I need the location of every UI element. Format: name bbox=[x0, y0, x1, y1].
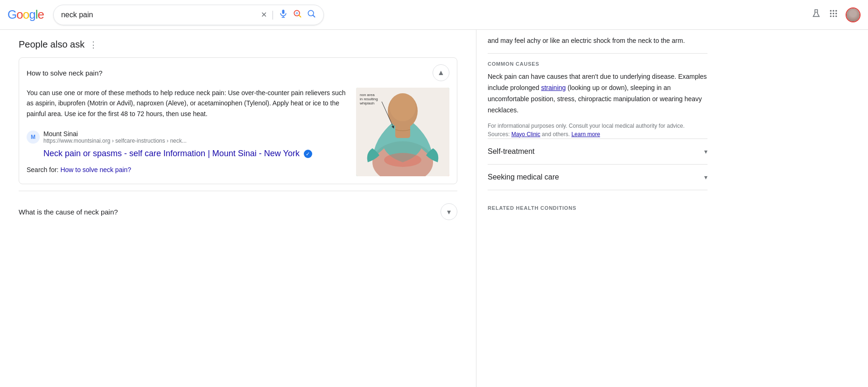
faq-item-1: How to solve neck pain? ▲ You can use on… bbox=[19, 57, 457, 184]
header: Google ✕ | bbox=[0, 0, 868, 30]
search-bar: ✕ | bbox=[53, 5, 324, 25]
lens-search-icon[interactable] bbox=[293, 9, 302, 21]
source-url-1: https://www.mountsinai.org › selfcare-in… bbox=[43, 138, 187, 144]
source-name-1: Mount Sinai bbox=[43, 130, 187, 138]
verified-check-icon: ✓ bbox=[304, 150, 312, 158]
svg-line-4 bbox=[299, 15, 301, 17]
apps-menu-icon[interactable] bbox=[829, 9, 838, 21]
search-submit-icon[interactable] bbox=[307, 9, 316, 21]
svg-point-10 bbox=[833, 10, 834, 12]
collapse-button-1[interactable]: ▲ bbox=[433, 64, 449, 81]
svg-text:non area: non area bbox=[360, 93, 375, 97]
section-title: People also ask bbox=[19, 39, 84, 50]
source-row-1: M Mount Sinai https://www.mountsinai.org… bbox=[27, 124, 349, 144]
search-input[interactable] bbox=[61, 11, 261, 19]
source-info-1: Mount Sinai https://www.mountsinai.org ›… bbox=[43, 130, 187, 144]
svg-point-15 bbox=[830, 15, 832, 17]
svg-point-16 bbox=[833, 15, 834, 17]
svg-point-9 bbox=[830, 10, 832, 12]
seeking-medical-care-expand-icon: ▾ bbox=[704, 173, 707, 181]
svg-text:in resulting: in resulting bbox=[360, 97, 378, 101]
svg-line-7 bbox=[313, 15, 315, 17]
svg-point-11 bbox=[835, 10, 837, 12]
header-right bbox=[811, 7, 861, 22]
expand-button-2[interactable]: ▾ bbox=[441, 203, 457, 220]
svg-point-12 bbox=[830, 13, 832, 14]
svg-point-13 bbox=[833, 13, 834, 14]
faq-answer-text-1: You can use one or more of these methods… bbox=[27, 88, 349, 119]
main-content: People also ask ⋮ How to solve neck pain… bbox=[0, 30, 868, 387]
self-treatment-expand-icon: ▾ bbox=[704, 148, 707, 155]
svg-text:whiplash: whiplash bbox=[359, 101, 374, 105]
people-also-ask-header: People also ask ⋮ bbox=[19, 39, 457, 50]
search-for-link[interactable]: How to solve neck pain? bbox=[60, 166, 131, 173]
clear-search-icon[interactable]: ✕ bbox=[261, 10, 267, 19]
intro-text: and may feel achy or like an electric sh… bbox=[488, 30, 707, 54]
right-panel: and may feel achy or like an electric sh… bbox=[476, 30, 719, 387]
svg-point-21 bbox=[390, 93, 416, 121]
source-favicon-1: M bbox=[27, 131, 40, 144]
straining-link[interactable]: straining bbox=[541, 84, 566, 91]
voice-search-icon[interactable] bbox=[279, 9, 288, 21]
result-link-anchor-1[interactable]: Neck pain or spasms - self care Informat… bbox=[43, 149, 312, 158]
faq-answer-1: You can use one or more of these methods… bbox=[19, 88, 457, 184]
svg-point-17 bbox=[835, 15, 837, 17]
search-for-row: Search for: How to solve neck pain? bbox=[27, 166, 349, 173]
common-causes-text: Neck pain can have causes that aren't du… bbox=[488, 71, 707, 116]
faq-image-1: non area in resulting whiplash bbox=[356, 88, 449, 176]
left-panel: People also ask ⋮ How to solve neck pain… bbox=[0, 30, 476, 387]
common-causes-section: COMMON CAUSES Neck pain can have causes … bbox=[488, 61, 707, 138]
mayo-clinic-link[interactable]: Mayo Clinic bbox=[511, 131, 540, 138]
svg-point-5 bbox=[296, 12, 298, 14]
more-options-icon[interactable]: ⋮ bbox=[89, 40, 98, 50]
self-treatment-row[interactable]: Self-treatment ▾ bbox=[488, 138, 707, 164]
seeking-medical-care-row[interactable]: Seeking medical care ▾ bbox=[488, 164, 707, 190]
google-logo[interactable]: Google bbox=[7, 7, 44, 22]
faq-question-2[interactable]: What is the cause of neck pain? ▾ bbox=[19, 198, 457, 226]
result-link-1: Neck pain or spasms - self care Informat… bbox=[43, 148, 349, 159]
related-health-title: RELATED HEALTH CONDITIONS bbox=[488, 205, 707, 211]
learn-more-link[interactable]: Learn more bbox=[571, 131, 600, 138]
user-avatar[interactable] bbox=[846, 7, 861, 22]
svg-point-14 bbox=[835, 13, 837, 14]
disclaimer-text: For informational purposes only. Consult… bbox=[488, 122, 707, 138]
related-health-section: RELATED HEALTH CONDITIONS bbox=[488, 190, 707, 211]
faq-question-1[interactable]: How to solve neck pain? ▲ bbox=[19, 58, 457, 88]
labs-icon[interactable] bbox=[811, 8, 821, 21]
svg-rect-0 bbox=[282, 10, 284, 14]
search-icon-group: ✕ | bbox=[261, 9, 316, 21]
svg-point-23 bbox=[384, 153, 421, 167]
common-causes-title: COMMON CAUSES bbox=[488, 61, 707, 67]
divider-1 bbox=[19, 191, 457, 191]
